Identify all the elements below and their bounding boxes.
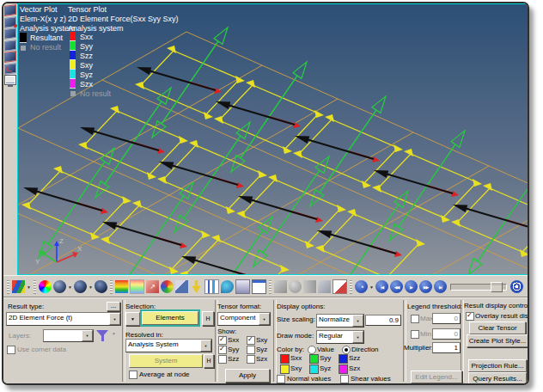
chevron-down-icon[interactable]: ▼ (26, 285, 32, 290)
result-display-control-label: Result display control: (464, 302, 529, 309)
average-at-node-checkbox[interactable] (129, 371, 137, 379)
clear-tensor-button[interactable]: Clear Tensor (469, 322, 526, 334)
page-view2-icon[interactable] (4, 40, 16, 52)
funnel-caret-icon[interactable]: ▼ (112, 331, 116, 336)
chevron-down-icon[interactable]: ▼ (200, 340, 211, 352)
iso-panel-icon[interactable] (221, 280, 234, 293)
layers-combobox[interactable]: ▼ (43, 329, 94, 342)
previous-frame-button[interactable]: ◀◀ (390, 280, 403, 293)
color-by-direction-label: Direction (351, 346, 379, 353)
resolved-in-combobox[interactable]: Analysis System ▼ (125, 339, 212, 352)
sphere-off-icon[interactable] (289, 280, 302, 293)
toolbar-grip[interactable] (34, 280, 36, 294)
system-collector-button[interactable]: System (129, 354, 203, 368)
szx-checkbox[interactable] (247, 355, 255, 364)
chevron-down-icon[interactable]: ▼ (369, 285, 375, 290)
query-results-button[interactable]: Query Results... (468, 372, 527, 385)
syz-checkbox[interactable] (247, 346, 255, 354)
triad-z-label: Z (59, 237, 64, 245)
page-pin-icon[interactable] (4, 16, 16, 28)
toolbar-grip[interactable] (269, 280, 272, 294)
page-plot-icon[interactable] (4, 4, 16, 16)
elements-collector-button[interactable]: Elements (142, 311, 198, 325)
chevron-down-icon[interactable]: ▼ (88, 285, 94, 290)
tensor-format-combobox[interactable]: Component ▼ (217, 312, 271, 326)
apply-button[interactable]: Apply (225, 369, 270, 383)
toolbar-grip[interactable] (7, 280, 9, 294)
syy-checkbox[interactable] (218, 346, 227, 354)
monitor-icon[interactable] (4, 75, 16, 85)
model-solid-icon[interactable] (95, 280, 107, 293)
session-book-icon[interactable] (12, 280, 25, 293)
model-shaded-icon[interactable] (74, 280, 87, 293)
animation-slider[interactable] (450, 284, 507, 291)
overlay-result-checkbox[interactable] (466, 312, 474, 321)
size-scaling-combobox[interactable]: Normalize ▼ (316, 314, 364, 328)
size-scaling-field[interactable]: 0.9 (365, 315, 401, 326)
use-corner-data-checkbox[interactable] (7, 346, 15, 354)
contour-panel-icon[interactable] (115, 280, 128, 293)
min-checkbox[interactable] (411, 330, 419, 339)
page-view-icon[interactable] (4, 28, 16, 40)
selection-reset-button[interactable]: H (202, 311, 214, 326)
max-checkbox[interactable] (411, 315, 419, 323)
window-layout-icon[interactable] (252, 279, 266, 294)
max-field[interactable]: 0 (432, 313, 461, 324)
toolbar-grip[interactable] (110, 280, 113, 294)
page-cut-icon[interactable] (4, 63, 16, 75)
vector-noresult-swatch (21, 46, 26, 51)
deformed-panel-icon[interactable] (175, 280, 188, 293)
sxx-color-swatch (280, 354, 290, 364)
shear-values-checkbox[interactable] (340, 375, 349, 383)
model-scene[interactable]: Z X Y (18, 4, 528, 274)
szz-checkbox[interactable] (218, 355, 227, 364)
chevron-down-icon[interactable]: ▼ (82, 330, 93, 341)
color-palette-icon[interactable] (39, 280, 52, 293)
chevron-down-icon[interactable]: ▼ (352, 331, 363, 343)
chevron-down-icon[interactable]: ▼ (352, 315, 363, 327)
animation-slider-thumb[interactable] (491, 282, 503, 292)
sxy-swatch (70, 60, 76, 69)
animation-settings-button[interactable] (510, 280, 523, 293)
create-plot-style-button[interactable]: Create Plot Style... (467, 334, 528, 347)
chevron-down-icon[interactable]: ▼ (259, 313, 270, 325)
first-frame-button[interactable]: |◀ (375, 280, 388, 293)
vector-panel-icon[interactable]: ↗ (146, 280, 159, 293)
last-frame-button[interactable]: ▶| (434, 280, 447, 293)
color-by-value-radio[interactable] (308, 346, 316, 354)
tensor-panel-icon[interactable] (161, 280, 174, 293)
result-type-combobox[interactable]: 2D Element Force (t) ▼ (6, 312, 121, 326)
entity-switch-button[interactable]: ▼ (125, 312, 140, 326)
graphics-viewport[interactable]: Z X Y Vector Plot Elem-X(x y z) Analysis… (17, 3, 529, 275)
trace-off-icon[interactable] (303, 280, 316, 293)
tracking-off-icon[interactable] (274, 280, 287, 293)
model-wireframe-icon[interactable] (53, 280, 66, 293)
mask-off-icon[interactable] (318, 280, 331, 293)
sxy-checkbox[interactable] (247, 336, 255, 345)
play-button[interactable]: ▶ (405, 280, 418, 293)
contour-light-icon[interactable] (130, 279, 144, 294)
toolbar-grip[interactable] (350, 280, 352, 294)
main-toolbar: ▼▼▼↗◔▼|◀◀◀▶▶▶▶| (3, 275, 528, 297)
animation-mode-button[interactable]: ◔ (355, 280, 368, 293)
min-field[interactable]: 0 (432, 328, 461, 340)
chevron-down-icon[interactable]: ▼ (109, 313, 120, 325)
sxx-checkbox[interactable] (218, 336, 227, 345)
page-frame-icon[interactable] (4, 51, 16, 63)
chevron-down-icon[interactable]: ▼ (67, 285, 73, 290)
system-reset-button[interactable]: H (204, 354, 214, 368)
normal-values-checkbox[interactable] (277, 375, 285, 383)
color-by-direction-radio[interactable] (342, 346, 351, 354)
result-type-more-button[interactable]: ... (107, 302, 120, 311)
apply-result-icon[interactable] (190, 280, 203, 293)
separator (273, 300, 277, 382)
projection-rule-button[interactable]: Projection Rule... (468, 359, 527, 372)
plot-macro-icon[interactable] (333, 279, 347, 294)
filter-funnel-icon[interactable] (96, 330, 108, 337)
chart-panel-icon[interactable] (204, 279, 219, 294)
multiplier-field[interactable]: 1 (432, 342, 461, 353)
fbd-panel-icon[interactable] (235, 279, 250, 294)
next-frame-button[interactable]: ▶▶ (419, 280, 432, 293)
edit-legend-button[interactable]: Edit Legend... (411, 371, 462, 383)
draw-mode-combobox[interactable]: Regular ▼ (316, 330, 364, 344)
